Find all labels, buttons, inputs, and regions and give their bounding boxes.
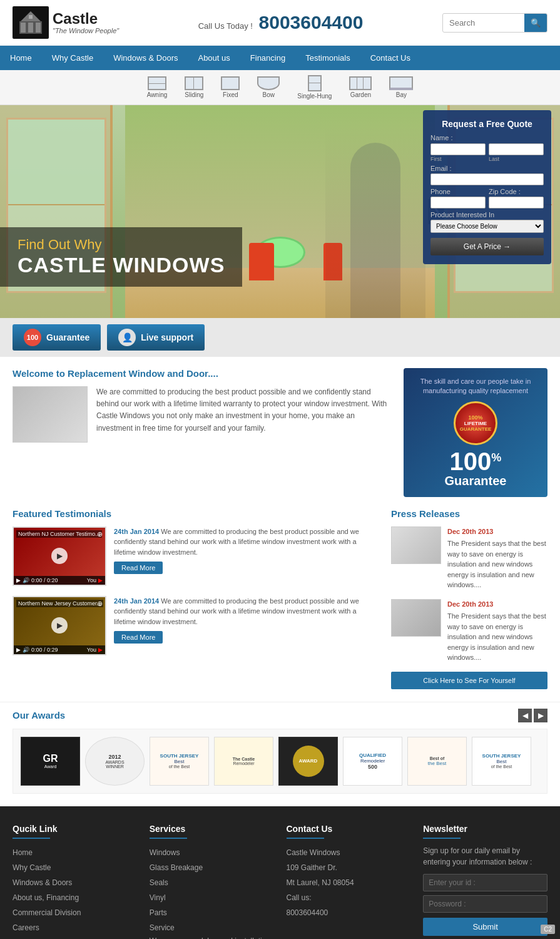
- newsletter-submit-button[interactable]: Submit: [423, 918, 547, 936]
- service-windows[interactable]: Windows: [150, 845, 274, 860]
- logo-brand: Castle: [53, 11, 119, 27]
- footer-link-about-financing[interactable]: About us, Financing: [13, 890, 137, 905]
- zip-label: Zip Code :: [489, 188, 544, 195]
- read-more-button-2[interactable]: Read More: [114, 631, 163, 644]
- guarantee-button[interactable]: 100 Guarantee: [13, 324, 101, 351]
- nav-home[interactable]: Home: [0, 46, 42, 70]
- footer-link-commercial[interactable]: Commercial Division: [13, 905, 137, 920]
- window-type-garden[interactable]: Garden: [349, 76, 372, 98]
- see-yourself-button[interactable]: Click Here to See For Yourself: [391, 672, 547, 689]
- video-thumb-1[interactable]: Northern NJ Customer Testimo... ⊕ ▶ ▶🔊0:…: [13, 526, 106, 586]
- window-type-single-hung[interactable]: Single-Hung: [297, 75, 332, 100]
- search-input[interactable]: [443, 14, 524, 31]
- testimonial-item-2: Northern New Jersey Customer... ⊕ ▶ ▶🔊0:…: [13, 596, 379, 655]
- contact-call: Call us:: [287, 890, 411, 905]
- service-vinyl[interactable]: Vinyl: [150, 890, 274, 905]
- service-seals[interactable]: Seals: [150, 875, 274, 890]
- footer-newsletter: Newsletter Sign up for our daily email b…: [423, 824, 547, 939]
- phone-number: 8003604400: [259, 12, 364, 33]
- contact-company: Castle Windows: [287, 845, 411, 860]
- phone-input[interactable]: [430, 197, 486, 208]
- share-icon-1: ⊕: [97, 530, 103, 538]
- top-header: Castle "The Window People" Call Us Today…: [0, 0, 560, 46]
- testimonial-date-1: 24th Jan 2014: [114, 528, 159, 535]
- service-service[interactable]: Service: [150, 920, 274, 935]
- content-right: The skill and care our people take in ma…: [404, 368, 547, 497]
- nav-testimonials[interactable]: Testimonials: [295, 46, 360, 70]
- nav-why-castle[interactable]: Why Castle: [42, 46, 103, 70]
- awards-next-button[interactable]: ▶: [534, 709, 547, 722]
- service-parts[interactable]: Parts: [150, 905, 274, 920]
- guarantee-icon: 100: [24, 329, 41, 346]
- footer-columns: Qucik Link Home Why Castle Windows & Doo…: [13, 824, 547, 939]
- press-text-2: Dec 20th 2013 The President says that th…: [447, 599, 547, 663]
- search-button[interactable]: 🔍: [524, 14, 547, 32]
- footer-link-windows-doors[interactable]: Windows & Doors: [13, 875, 137, 890]
- last-name-input[interactable]: [489, 143, 544, 155]
- hero-find-out: Find Out Why: [18, 237, 225, 253]
- footer-link-careers[interactable]: Careers: [13, 920, 137, 935]
- get-price-button[interactable]: Get A Price →: [430, 238, 544, 255]
- contact-phone: 8003604400: [287, 905, 411, 920]
- play-button-1[interactable]: ▶: [51, 548, 68, 564]
- footer: Qucik Link Home Why Castle Windows & Doo…: [0, 806, 560, 939]
- press-section: Press Releases Dec 20th 2013 The Preside…: [391, 508, 547, 689]
- quick-link-title: Qucik Link: [13, 824, 137, 834]
- award-item-7: Best of the Best: [407, 737, 467, 786]
- guarantee-box: The skill and care our people take in ma…: [404, 368, 547, 497]
- footer-link-contact[interactable]: Contact Us: [13, 935, 137, 939]
- contact-title: Contact Us: [287, 824, 411, 834]
- video-thumb-2[interactable]: Northern New Jersey Customer... ⊕ ▶ ▶🔊0:…: [13, 596, 106, 655]
- service-glass[interactable]: Glass Breakage: [150, 860, 274, 875]
- main-content: Welcome to Replacement Window and Door..…: [0, 357, 560, 508]
- nav-windows-doors[interactable]: Windows & Doors: [103, 46, 188, 70]
- window-type-awning[interactable]: Awning: [147, 76, 168, 98]
- testimonial-text-2: 24th Jan 2014 We are committed to produc…: [114, 596, 379, 644]
- nav-financing[interactable]: Financing: [240, 46, 295, 70]
- product-label: Product Interested In: [430, 211, 544, 218]
- awards-prev-button[interactable]: ◀: [518, 709, 532, 722]
- nav-about-us[interactable]: About us: [188, 46, 240, 70]
- zip-input[interactable]: [489, 197, 544, 208]
- newsletter-email-input[interactable]: [423, 874, 547, 891]
- awards-nav: ◀ ▶: [518, 709, 547, 722]
- welcome-title: Welcome to Replacement Window and Door..…: [13, 368, 391, 379]
- footer-link-home[interactable]: Home: [13, 845, 137, 860]
- hero-text-box: Find Out Why CASTLE WINDOWS: [0, 227, 242, 287]
- services-title: Services: [150, 824, 274, 834]
- name-label: Name :: [430, 134, 544, 141]
- nav-contact-us[interactable]: Contact Us: [360, 46, 420, 70]
- email-input[interactable]: [430, 173, 544, 185]
- newsletter-password-input[interactable]: [423, 895, 547, 913]
- hero-section: Find Out Why CASTLE WINDOWS ❯ Request a …: [0, 105, 560, 318]
- awards-title: Our Awards: [13, 710, 65, 721]
- window-type-sliding[interactable]: Sliding: [185, 76, 203, 98]
- press-date-1: Dec 20th 2013: [447, 526, 547, 537]
- window-type-bay[interactable]: Bay: [389, 76, 413, 98]
- live-support-button[interactable]: 👤 Live support: [107, 324, 205, 351]
- cta-buttons-area: 100 Guarantee 👤 Live support: [0, 318, 560, 357]
- contact-street: 109 Gaither Dr.: [287, 860, 411, 875]
- press-date-2: Dec 20th 2013: [447, 599, 547, 610]
- svg-rect-5: [29, 15, 33, 19]
- guarantee-label: Guarantee: [46, 332, 89, 342]
- newsletter-title: Newsletter: [423, 824, 547, 834]
- award-item-6: QUALIFIED Remodeler 500: [343, 737, 402, 786]
- content-left: Welcome to Replacement Window and Door..…: [13, 368, 391, 497]
- quote-form: Request a Free Quote Name : First Last E…: [423, 110, 551, 264]
- window-type-fixed[interactable]: Fixed: [221, 76, 240, 98]
- c2-badge: C2: [541, 925, 555, 934]
- footer-link-why-castle[interactable]: Why Castle: [13, 860, 137, 875]
- window-type-bow[interactable]: Bow: [257, 76, 280, 98]
- awards-header: Our Awards ◀ ▶: [13, 709, 547, 722]
- main-nav: Home Why Castle Windows & Doors About us…: [0, 46, 560, 70]
- footer-services: Services Windows Glass Breakage Seals Vi…: [150, 824, 274, 939]
- testimonial-item-1: Northern NJ Customer Testimo... ⊕ ▶ ▶🔊0:…: [13, 526, 379, 586]
- read-more-button-1[interactable]: Read More: [114, 562, 163, 574]
- product-select[interactable]: Please Choose Below: [430, 220, 544, 233]
- guarantee-percent: 100%: [412, 449, 539, 474]
- first-name-input[interactable]: [430, 143, 486, 155]
- play-button-2[interactable]: ▶: [51, 617, 68, 634]
- guarantee-label-box: Guarantee: [412, 474, 539, 488]
- press-item-2: Dec 20th 2013 The President says that th…: [391, 599, 547, 663]
